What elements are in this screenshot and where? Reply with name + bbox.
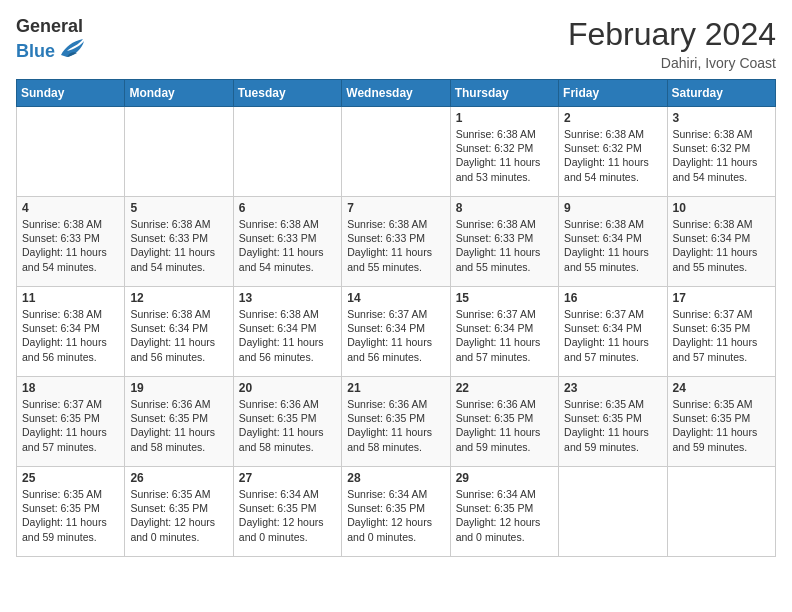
day-number: 13 [239,291,336,305]
day-number: 1 [456,111,553,125]
calendar-cell [342,107,450,197]
day-info: Sunrise: 6:38 AM Sunset: 6:32 PM Dayligh… [564,127,661,184]
calendar-cell: 26Sunrise: 6:35 AM Sunset: 6:35 PM Dayli… [125,467,233,557]
weekday-header-row: SundayMondayTuesdayWednesdayThursdayFrid… [17,80,776,107]
day-info: Sunrise: 6:38 AM Sunset: 6:33 PM Dayligh… [347,217,444,274]
day-info: Sunrise: 6:36 AM Sunset: 6:35 PM Dayligh… [456,397,553,454]
day-info: Sunrise: 6:35 AM Sunset: 6:35 PM Dayligh… [564,397,661,454]
day-info: Sunrise: 6:37 AM Sunset: 6:35 PM Dayligh… [22,397,119,454]
day-info: Sunrise: 6:36 AM Sunset: 6:35 PM Dayligh… [130,397,227,454]
day-info: Sunrise: 6:38 AM Sunset: 6:34 PM Dayligh… [130,307,227,364]
day-info: Sunrise: 6:35 AM Sunset: 6:35 PM Dayligh… [22,487,119,544]
day-number: 24 [673,381,770,395]
day-number: 21 [347,381,444,395]
calendar-cell: 8Sunrise: 6:38 AM Sunset: 6:33 PM Daylig… [450,197,558,287]
calendar-cell: 23Sunrise: 6:35 AM Sunset: 6:35 PM Dayli… [559,377,667,467]
day-number: 17 [673,291,770,305]
calendar-cell: 10Sunrise: 6:38 AM Sunset: 6:34 PM Dayli… [667,197,775,287]
title-area: February 2024 Dahiri, Ivory Coast [568,16,776,71]
day-info: Sunrise: 6:35 AM Sunset: 6:35 PM Dayligh… [130,487,227,544]
calendar-cell [667,467,775,557]
calendar-cell: 28Sunrise: 6:34 AM Sunset: 6:35 PM Dayli… [342,467,450,557]
day-number: 29 [456,471,553,485]
calendar-cell: 18Sunrise: 6:37 AM Sunset: 6:35 PM Dayli… [17,377,125,467]
day-number: 12 [130,291,227,305]
weekday-header-sunday: Sunday [17,80,125,107]
day-number: 10 [673,201,770,215]
calendar-cell: 7Sunrise: 6:38 AM Sunset: 6:33 PM Daylig… [342,197,450,287]
day-info: Sunrise: 6:38 AM Sunset: 6:33 PM Dayligh… [456,217,553,274]
day-info: Sunrise: 6:37 AM Sunset: 6:34 PM Dayligh… [456,307,553,364]
day-number: 25 [22,471,119,485]
day-number: 4 [22,201,119,215]
day-info: Sunrise: 6:38 AM Sunset: 6:32 PM Dayligh… [456,127,553,184]
day-info: Sunrise: 6:34 AM Sunset: 6:35 PM Dayligh… [239,487,336,544]
day-number: 6 [239,201,336,215]
day-number: 28 [347,471,444,485]
calendar-cell: 21Sunrise: 6:36 AM Sunset: 6:35 PM Dayli… [342,377,450,467]
calendar-week-row: 1Sunrise: 6:38 AM Sunset: 6:32 PM Daylig… [17,107,776,197]
weekday-header-thursday: Thursday [450,80,558,107]
day-info: Sunrise: 6:38 AM Sunset: 6:34 PM Dayligh… [564,217,661,274]
bird-icon [57,37,85,65]
weekday-header-friday: Friday [559,80,667,107]
logo: General Blue [16,16,85,65]
day-number: 5 [130,201,227,215]
calendar-week-row: 4Sunrise: 6:38 AM Sunset: 6:33 PM Daylig… [17,197,776,287]
day-info: Sunrise: 6:38 AM Sunset: 6:33 PM Dayligh… [239,217,336,274]
calendar-cell: 15Sunrise: 6:37 AM Sunset: 6:34 PM Dayli… [450,287,558,377]
day-info: Sunrise: 6:38 AM Sunset: 6:33 PM Dayligh… [130,217,227,274]
calendar-cell: 2Sunrise: 6:38 AM Sunset: 6:32 PM Daylig… [559,107,667,197]
day-info: Sunrise: 6:38 AM Sunset: 6:34 PM Dayligh… [673,217,770,274]
day-info: Sunrise: 6:38 AM Sunset: 6:33 PM Dayligh… [22,217,119,274]
calendar-cell: 1Sunrise: 6:38 AM Sunset: 6:32 PM Daylig… [450,107,558,197]
calendar-cell: 4Sunrise: 6:38 AM Sunset: 6:33 PM Daylig… [17,197,125,287]
calendar-cell: 13Sunrise: 6:38 AM Sunset: 6:34 PM Dayli… [233,287,341,377]
day-info: Sunrise: 6:38 AM Sunset: 6:32 PM Dayligh… [673,127,770,184]
day-number: 3 [673,111,770,125]
location-title: Dahiri, Ivory Coast [568,55,776,71]
day-number: 11 [22,291,119,305]
day-number: 2 [564,111,661,125]
calendar-cell: 12Sunrise: 6:38 AM Sunset: 6:34 PM Dayli… [125,287,233,377]
day-number: 19 [130,381,227,395]
day-number: 16 [564,291,661,305]
calendar-cell: 9Sunrise: 6:38 AM Sunset: 6:34 PM Daylig… [559,197,667,287]
calendar-cell: 16Sunrise: 6:37 AM Sunset: 6:34 PM Dayli… [559,287,667,377]
calendar-cell: 20Sunrise: 6:36 AM Sunset: 6:35 PM Dayli… [233,377,341,467]
calendar-week-row: 25Sunrise: 6:35 AM Sunset: 6:35 PM Dayli… [17,467,776,557]
calendar-cell [17,107,125,197]
month-title: February 2024 [568,16,776,53]
calendar-week-row: 11Sunrise: 6:38 AM Sunset: 6:34 PM Dayli… [17,287,776,377]
calendar-cell: 24Sunrise: 6:35 AM Sunset: 6:35 PM Dayli… [667,377,775,467]
day-info: Sunrise: 6:37 AM Sunset: 6:34 PM Dayligh… [347,307,444,364]
calendar-cell: 5Sunrise: 6:38 AM Sunset: 6:33 PM Daylig… [125,197,233,287]
calendar-cell [559,467,667,557]
calendar-cell: 25Sunrise: 6:35 AM Sunset: 6:35 PM Dayli… [17,467,125,557]
day-number: 18 [22,381,119,395]
logo-blue: Blue [16,41,55,62]
page-header: General Blue February 2024 Dahiri, Ivory… [16,16,776,71]
calendar-cell: 19Sunrise: 6:36 AM Sunset: 6:35 PM Dayli… [125,377,233,467]
day-number: 14 [347,291,444,305]
calendar-cell: 3Sunrise: 6:38 AM Sunset: 6:32 PM Daylig… [667,107,775,197]
day-number: 27 [239,471,336,485]
weekday-header-tuesday: Tuesday [233,80,341,107]
calendar-cell: 6Sunrise: 6:38 AM Sunset: 6:33 PM Daylig… [233,197,341,287]
day-number: 23 [564,381,661,395]
day-number: 9 [564,201,661,215]
calendar-cell: 29Sunrise: 6:34 AM Sunset: 6:35 PM Dayli… [450,467,558,557]
day-number: 22 [456,381,553,395]
calendar-table: SundayMondayTuesdayWednesdayThursdayFrid… [16,79,776,557]
day-number: 7 [347,201,444,215]
day-info: Sunrise: 6:38 AM Sunset: 6:34 PM Dayligh… [22,307,119,364]
day-info: Sunrise: 6:35 AM Sunset: 6:35 PM Dayligh… [673,397,770,454]
day-number: 8 [456,201,553,215]
day-info: Sunrise: 6:36 AM Sunset: 6:35 PM Dayligh… [239,397,336,454]
day-info: Sunrise: 6:38 AM Sunset: 6:34 PM Dayligh… [239,307,336,364]
day-info: Sunrise: 6:34 AM Sunset: 6:35 PM Dayligh… [456,487,553,544]
calendar-cell [233,107,341,197]
day-number: 15 [456,291,553,305]
day-number: 20 [239,381,336,395]
weekday-header-monday: Monday [125,80,233,107]
